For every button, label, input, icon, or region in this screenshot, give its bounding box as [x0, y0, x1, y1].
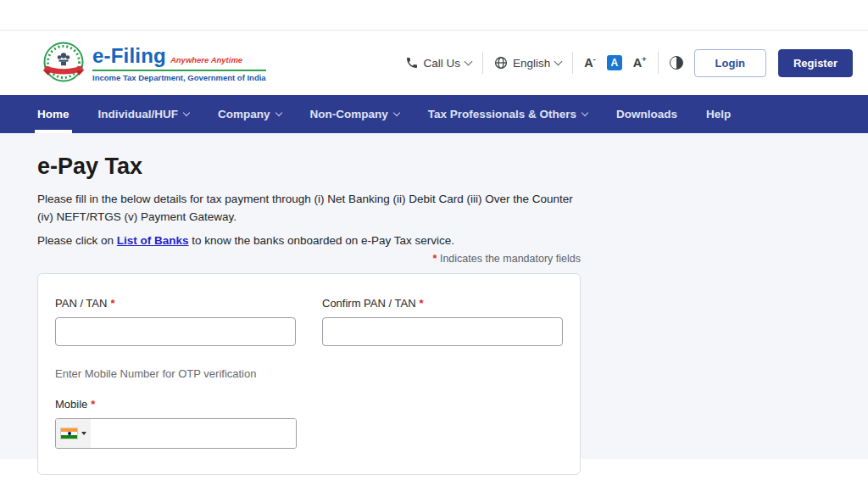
phone-icon: [405, 56, 419, 70]
confirm-pan-field-group: Confirm PAN / TAN*: [322, 297, 563, 346]
normal-font-button[interactable]: A: [607, 55, 622, 70]
country-code-selector[interactable]: [56, 419, 91, 448]
nav-item-individual-huf[interactable]: Individual/HUF: [98, 95, 190, 133]
login-button[interactable]: Login: [694, 49, 766, 77]
brand-name: e-Filing: [92, 44, 166, 68]
nav-item-downloads[interactable]: Downloads: [616, 95, 677, 133]
efiling-logo[interactable]: e-Filing Anywhere Anytime Income Tax Dep…: [42, 42, 266, 84]
brand-subtitle: Income Tax Department, Government of Ind…: [92, 70, 266, 82]
pan-input[interactable]: [55, 317, 296, 346]
chevron-down-icon: [465, 57, 473, 65]
otp-verification-hint: Enter Mobile Number for OTP verification: [55, 367, 563, 380]
language-label: English: [513, 57, 550, 70]
pan-label: PAN / TAN*: [55, 297, 296, 310]
contrast-toggle-icon[interactable]: [670, 56, 683, 70]
divider: [482, 52, 483, 74]
content-area: e-Pay Tax Please fill in the below detai…: [0, 133, 868, 459]
chevron-down-icon: [393, 109, 400, 115]
intro-text: Please fill in the below details for tax…: [37, 191, 588, 226]
confirm-pan-label: Confirm PAN / TAN*: [322, 297, 563, 310]
header-actions: Call Us English A- A A+ Login Register: [405, 49, 853, 77]
register-button[interactable]: Register: [778, 49, 853, 77]
nav-item-help[interactable]: Help: [706, 95, 731, 133]
call-us-label: Call Us: [424, 57, 461, 70]
pan-entry-card: PAN / TAN* Confirm PAN / TAN* Enter Mobi…: [37, 273, 581, 475]
banks-info-text: Please click on List of Banks to know th…: [37, 234, 588, 247]
chevron-down-icon: [183, 109, 190, 115]
nav-item-tax-professionals[interactable]: Tax Professionals & Others: [428, 95, 587, 133]
globe-icon: [494, 56, 508, 70]
confirm-pan-input[interactable]: [322, 317, 563, 346]
mandatory-fields-note: * Indicates the mandatory fields: [37, 253, 581, 265]
browser-top-strip: [0, 0, 868, 31]
chevron-down-icon: [275, 109, 281, 115]
site-header: e-Filing Anywhere Anytime Income Tax Dep…: [0, 31, 868, 95]
income-tax-emblem-icon: [42, 42, 85, 84]
pan-field-group: PAN / TAN*: [55, 297, 296, 346]
logo-text: e-Filing Anywhere Anytime Income Tax Dep…: [92, 44, 266, 82]
mobile-label: Mobile*: [55, 398, 563, 411]
mobile-field-group: [55, 418, 297, 449]
list-of-banks-link[interactable]: List of Banks: [117, 234, 189, 247]
font-size-controls: A- A A+: [584, 55, 646, 70]
language-menu[interactable]: English: [494, 56, 561, 70]
divider: [572, 52, 573, 74]
chevron-down-icon: [554, 57, 563, 65]
caret-down-icon: [81, 432, 86, 435]
decrease-font-button[interactable]: A-: [584, 56, 595, 69]
nav-item-company[interactable]: Company: [218, 95, 281, 133]
page-title: e-Pay Tax: [37, 154, 831, 180]
india-flag-icon: [60, 428, 78, 439]
divider: [658, 52, 659, 74]
brand-tagline: Anywhere Anytime: [170, 55, 242, 64]
call-us-menu[interactable]: Call Us: [405, 56, 472, 70]
nav-item-home[interactable]: Home: [37, 95, 70, 133]
increase-font-button[interactable]: A+: [633, 56, 647, 69]
mobile-input[interactable]: [91, 419, 296, 448]
main-navigation: Home Individual/HUF Company Non-Company …: [0, 95, 868, 133]
nav-item-non-company[interactable]: Non-Company: [310, 95, 399, 133]
chevron-down-icon: [581, 109, 588, 115]
